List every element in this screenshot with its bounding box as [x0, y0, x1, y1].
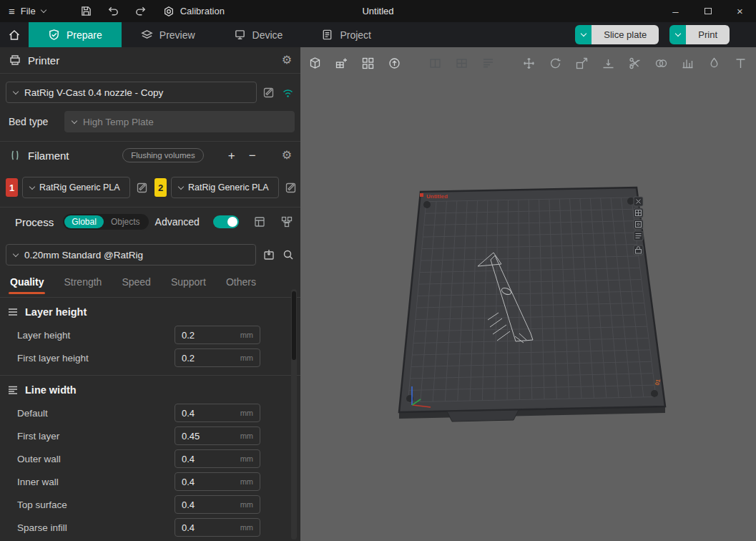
line-width-top-surface-input[interactable]: 0.4 mm — [175, 495, 260, 514]
tab-device-label: Device — [252, 29, 283, 41]
flushing-volumes-button[interactable]: Flushing volumes — [122, 148, 203, 162]
edit-printer-icon[interactable] — [262, 86, 275, 99]
viewport-3d[interactable]: Untitled 01 — [300, 47, 756, 541]
plate-screw — [651, 390, 658, 397]
filament-2-select[interactable]: RatRig Generic PLA — [171, 177, 279, 198]
layer-height-input[interactable]: 0.2 mm — [175, 326, 260, 344]
param-unit: mm — [240, 454, 253, 463]
rotate-tool-icon[interactable] — [546, 54, 564, 72]
save-preset-icon[interactable] — [262, 248, 275, 261]
variable-layer-height-icon[interactable] — [479, 54, 496, 72]
remove-filament-button[interactable]: − — [245, 150, 260, 162]
file-menu-button[interactable]: ≡ File — [0, 0, 54, 22]
plate-name-label[interactable]: Untitled — [426, 193, 448, 200]
param-value: 0.4 — [182, 454, 195, 464]
line-width-first-layer-input[interactable]: 0.45 mm — [175, 427, 260, 445]
support-paint-tool-icon[interactable] — [679, 54, 696, 72]
process-section-header: Process Global Objects Advanced — [0, 207, 300, 236]
calibration-label: Calibration — [180, 6, 225, 16]
add-filament-button[interactable]: + — [225, 150, 239, 162]
tab-device[interactable]: Device — [215, 22, 303, 47]
edit-filament-2-icon[interactable] — [285, 181, 298, 194]
build-plate-scene[interactable]: Untitled 01 — [300, 47, 756, 541]
print-options-dropdown[interactable] — [669, 25, 686, 44]
scope-global-option[interactable]: Global — [64, 215, 104, 228]
move-tool-icon[interactable] — [520, 54, 537, 72]
tab-preview[interactable]: Preview — [122, 22, 215, 47]
param-label: Default — [17, 408, 175, 419]
slice-plate-label[interactable]: Slice plate — [591, 25, 659, 44]
parameter-table-icon[interactable] — [253, 215, 266, 228]
printer-settings-gear-icon[interactable]: ⚙ — [282, 54, 292, 66]
printer-section-title: Printer — [28, 54, 59, 67]
print-button[interactable]: Print — [669, 25, 730, 44]
minimize-button[interactable]: – — [659, 0, 692, 22]
filament-2-color-badge[interactable]: 2 — [154, 178, 167, 197]
param-value: 0.4 — [182, 477, 195, 487]
tab-support[interactable]: Support — [171, 276, 206, 288]
scale-tool-icon[interactable] — [573, 54, 590, 72]
line-width-default-input[interactable]: 0.4 mm — [175, 404, 260, 422]
wifi-connection-icon[interactable] — [281, 87, 295, 99]
mesh-boolean-tool-icon[interactable] — [652, 54, 669, 72]
arrange-icon[interactable] — [359, 54, 376, 72]
plate-orient-button[interactable] — [634, 220, 643, 229]
home-button[interactable] — [0, 22, 29, 47]
text-tool-icon[interactable] — [732, 54, 749, 72]
filament-2-name: RatRig Generic PLA — [188, 182, 269, 192]
process-flow-icon[interactable] — [280, 215, 293, 228]
param-value: 0.45 — [182, 431, 200, 442]
slice-plate-button[interactable]: Slice plate — [575, 25, 659, 44]
process-preset-value: 0.20mm Standard @RatRig — [24, 250, 143, 260]
undo-button[interactable] — [103, 3, 124, 20]
add-model-icon[interactable] — [306, 54, 323, 72]
filament-settings-gear-icon[interactable]: ⚙ — [282, 150, 292, 161]
bed-type-value: High Temp Plate — [83, 117, 154, 127]
add-plate-icon[interactable] — [333, 54, 350, 72]
printer-preset-value: RatRig V-Cast 0.4 nozzle - Copy — [24, 87, 163, 98]
printer-preset-select[interactable]: RatRig V-Cast 0.4 nozzle - Copy — [6, 82, 257, 103]
lay-flat-tool-icon[interactable] — [599, 54, 617, 72]
redo-button[interactable] — [130, 3, 152, 20]
line-width-sparse-infill-input[interactable]: 0.4 mm — [175, 518, 260, 537]
advanced-toggle[interactable] — [213, 215, 239, 228]
auto-orient-icon[interactable] — [386, 54, 403, 72]
save-button[interactable] — [76, 3, 97, 20]
bed-type-select[interactable]: High Temp Plate — [64, 111, 295, 132]
process-tabs: Quality Strength Speed Support Others — [0, 265, 300, 297]
process-preset-select[interactable]: 0.20mm Standard @RatRig — [6, 244, 256, 265]
sidebar-scrollbar[interactable] — [291, 289, 297, 540]
filament-1-color-badge[interactable]: 1 — [6, 178, 18, 197]
tab-prepare[interactable]: Prepare — [29, 22, 122, 47]
tab-others[interactable]: Others — [226, 276, 256, 288]
scrollbar-thumb[interactable] — [292, 291, 296, 360]
tab-speed[interactable]: Speed — [122, 276, 150, 288]
first-layer-height-input[interactable]: 0.2 mm — [175, 349, 260, 367]
tab-strength[interactable]: Strength — [64, 276, 102, 288]
filament-1-select[interactable]: RatRig Generic PLA — [22, 177, 130, 198]
split-to-objects-icon[interactable] — [426, 54, 443, 72]
tab-project[interactable]: Project — [302, 22, 391, 47]
calibration-button[interactable]: Calibration — [163, 6, 225, 17]
split-to-parts-icon[interactable] — [453, 54, 470, 72]
tab-quality[interactable]: Quality — [10, 276, 44, 288]
cut-tool-icon[interactable] — [626, 54, 643, 72]
plate-screw — [423, 201, 431, 208]
line-width-inner-wall-input[interactable]: 0.4 mm — [175, 472, 260, 491]
chevron-down-icon — [72, 117, 77, 123]
slice-options-dropdown[interactable] — [575, 25, 591, 44]
tab-preview-label: Preview — [159, 29, 195, 41]
search-icon[interactable] — [282, 248, 295, 261]
maximize-button[interactable] — [692, 0, 724, 22]
edit-filament-1-icon[interactable] — [136, 181, 149, 194]
chevron-down-icon — [29, 183, 35, 189]
seam-paint-tool-icon[interactable] — [705, 54, 722, 72]
bed-type-row: Bed type High Temp Plate — [6, 111, 295, 132]
print-label[interactable]: Print — [686, 25, 730, 44]
close-button[interactable]: × — [724, 0, 756, 22]
scope-objects-option[interactable]: Objects — [104, 215, 147, 228]
viewport-toolbar — [300, 47, 756, 79]
tab-project-label: Project — [340, 29, 371, 41]
preview-layers-icon — [141, 29, 153, 41]
line-width-outer-wall-input[interactable]: 0.4 mm — [175, 449, 260, 468]
